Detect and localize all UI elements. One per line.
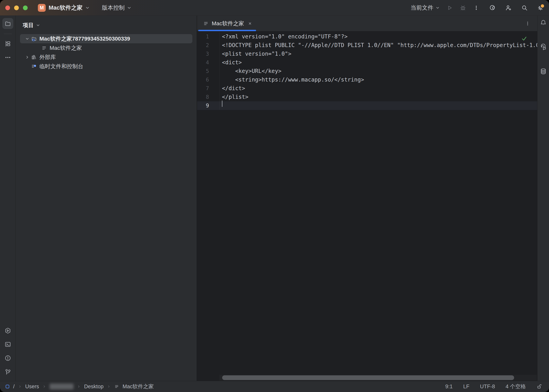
vcs-menu-label: 版本控制 — [102, 4, 125, 12]
editor-tab[interactable]: Mac软件之家 — [197, 16, 257, 31]
vcs-menu[interactable]: 版本控制 — [102, 4, 131, 12]
chevron-down-icon — [85, 6, 90, 10]
inspections-widget[interactable] — [521, 36, 527, 42]
encoding-widget[interactable]: UTF-8 — [480, 384, 495, 390]
code-line: 5 <key>URL</key> — [197, 67, 537, 76]
tree-row-file[interactable]: Mac软件之家 — [20, 43, 192, 53]
version-control-tool-button[interactable] — [2, 366, 13, 377]
services-tool-button[interactable] — [2, 325, 13, 336]
project-widget[interactable]: M Mac软件之家 — [38, 4, 90, 12]
project-tool-button[interactable] — [2, 18, 13, 29]
zoom-window-button[interactable] — [23, 6, 28, 10]
window-frame-icon[interactable] — [5, 384, 10, 389]
horizontal-scrollbar-thumb[interactable] — [222, 375, 514, 380]
code-line-current: 9 — [197, 101, 537, 110]
code-editor[interactable]: 1<?xml version="1.0" encoding="UTF-8"?> … — [197, 31, 537, 381]
line-number: 1 — [197, 32, 219, 41]
active-tab-indicator — [198, 30, 256, 31]
line-number: 3 — [197, 49, 219, 58]
right-tool-stripe — [537, 16, 549, 381]
more-actions-button[interactable] — [473, 5, 480, 11]
search-everywhere-button[interactable] — [521, 5, 528, 11]
notifications-tool-button[interactable] — [539, 18, 548, 27]
chevron-down-icon — [36, 23, 40, 27]
structure-tool-button[interactable] — [2, 38, 13, 49]
problems-icon — [4, 355, 11, 362]
main-area: 项目 Mac软件之家7877993453250300339 — [0, 16, 549, 381]
debug-icon — [460, 5, 466, 11]
editor-tab-bar: Mac软件之家 — [197, 16, 537, 31]
run-configuration-selector[interactable]: 当前文件 — [411, 4, 440, 12]
chevron-down-icon[interactable] — [23, 37, 31, 41]
chevron-right-icon — [77, 385, 80, 388]
line-number: 7 — [197, 84, 219, 93]
project-folder-icon — [31, 36, 37, 42]
chevron-right-icon[interactable] — [23, 55, 31, 59]
code-line: 2<!DOCTYPE plist PUBLIC "-//Apple//DTD P… — [197, 41, 537, 49]
project-panel-header[interactable]: 项目 — [16, 16, 197, 29]
file-lines-icon — [114, 384, 119, 389]
settings-notification-badge — [540, 4, 545, 8]
line-number: 6 — [197, 76, 219, 84]
tab-options-button[interactable] — [525, 21, 537, 27]
close-icon[interactable] — [248, 21, 252, 26]
breadcrumb-desktop[interactable]: Desktop — [84, 384, 104, 390]
titlebar-actions: 当前文件 — [411, 4, 549, 12]
project-app-icon: M — [38, 4, 46, 12]
breadcrumb-file[interactable]: Mac软件之家 — [123, 383, 154, 390]
left-tool-stripe — [0, 16, 16, 381]
code-line: 8</plist> — [197, 93, 537, 101]
code-line: 3<plist version="1.0"> — [197, 49, 537, 58]
services-icon — [4, 327, 11, 334]
debug-button[interactable] — [460, 5, 466, 11]
caret-position-widget[interactable]: 9:1 — [445, 384, 453, 390]
editor-tab-title: Mac软件之家 — [212, 20, 244, 27]
line-number: 5 — [197, 67, 219, 76]
run-button[interactable] — [446, 5, 453, 11]
terminal-icon — [4, 341, 11, 348]
breadcrumb-redacted-segment[interactable] — [49, 384, 74, 389]
database-tool-button[interactable] — [539, 67, 548, 76]
tree-row-external-libraries[interactable]: 外部库 — [20, 53, 192, 62]
tree-item-label: 外部库 — [39, 54, 56, 61]
code-with-me-button[interactable] — [505, 5, 512, 11]
bell-icon — [540, 19, 547, 26]
tree-item-label: Mac软件之家 — [49, 44, 82, 52]
line-separator-widget[interactable]: LF — [463, 384, 469, 390]
traffic-lights — [0, 6, 28, 10]
structure-icon — [4, 40, 11, 47]
line-number: 9 — [197, 101, 219, 110]
ai-spiral-icon — [489, 5, 496, 11]
indent-widget[interactable]: 4 个空格 — [506, 383, 526, 390]
more-tool-windows-button[interactable] — [2, 52, 13, 63]
terminal-tool-button[interactable] — [2, 339, 13, 350]
database-icon — [540, 68, 547, 75]
close-window-button[interactable] — [5, 6, 10, 10]
project-tree: Mac软件之家7877993453250300339 Mac软件之家 外部 — [16, 34, 197, 71]
run-configuration-label: 当前文件 — [411, 4, 433, 12]
status-bar: / Users Desktop Mac软件之家 9:1 LF UTF-8 4 个… — [0, 381, 549, 392]
breadcrumb: / Users Desktop Mac软件之家 — [5, 383, 154, 390]
tree-row-project-root[interactable]: Mac软件之家7877993453250300339 — [20, 34, 192, 43]
file-lines-icon — [203, 21, 209, 27]
minimize-window-button[interactable] — [14, 6, 19, 10]
breadcrumb-users[interactable]: Users — [25, 384, 39, 390]
scratches-icon — [31, 63, 37, 69]
breadcrumb-root[interactable]: / — [13, 384, 15, 390]
settings-button[interactable] — [537, 5, 544, 11]
ai-assistant-button[interactable] — [489, 5, 496, 11]
add-user-icon — [505, 5, 512, 11]
titlebar: M Mac软件之家 版本控制 当前文件 — [0, 0, 549, 16]
editor-area: Mac软件之家 1<?xml version="1.0" encoding="U… — [197, 16, 537, 381]
project-panel: 项目 Mac软件之家7877993453250300339 — [16, 16, 197, 381]
text-caret — [222, 101, 222, 107]
ai-chat-tool-button[interactable] — [539, 43, 548, 51]
unlock-icon[interactable] — [536, 384, 542, 389]
tree-row-scratches[interactable]: 临时文件和控制台 — [20, 62, 192, 71]
line-number: 4 — [197, 58, 219, 67]
chevron-right-icon — [107, 385, 110, 388]
line-number: 8 — [197, 93, 219, 101]
code-line: 4<dict> — [197, 58, 537, 67]
problems-tool-button[interactable] — [2, 353, 13, 364]
search-icon — [521, 5, 528, 11]
